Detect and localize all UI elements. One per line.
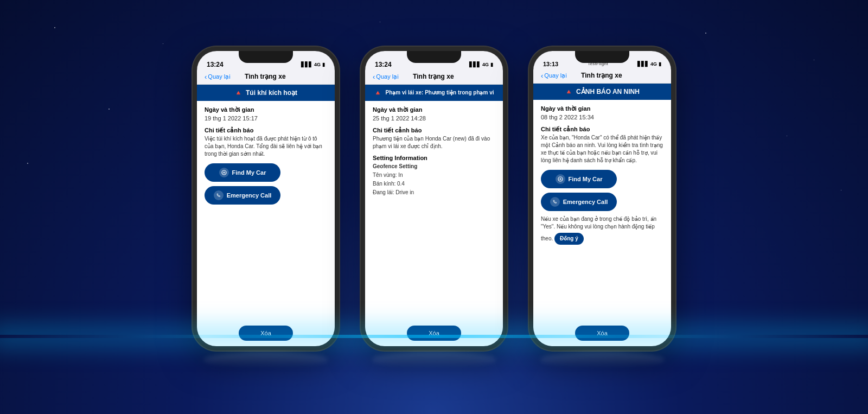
back-button-3[interactable]: ‹ Quay lại xyxy=(541,72,567,80)
reflection-1 xyxy=(203,352,328,368)
find-car-button-3[interactable]: Find My Car xyxy=(541,170,617,188)
nav-bar-1: ‹ Quay lại Tình trạng xe xyxy=(197,71,335,85)
action-buttons-1: Find My Car Emergency Call xyxy=(205,163,327,205)
emergency-label-1: Emergency Call xyxy=(227,192,272,199)
phone-2: 13:24 ▋▋▋ 4G ▮ ‹ Quay lại Tình trạng xe … xyxy=(361,47,507,368)
nav-bar-2: ‹ Quay lại Tình trạng xe xyxy=(365,71,503,85)
action-buttons-3: Find My Car Emergency Call xyxy=(541,170,663,211)
status-icons-2: ▋▋▋ 4G ▮ xyxy=(469,62,493,67)
back-button-2[interactable]: ‹ Quay lại xyxy=(373,73,399,81)
status-time-1: 13:24 xyxy=(207,61,224,68)
back-label-3: Quay lại xyxy=(544,72,566,79)
signal-icon-1: ▋▋▋ xyxy=(301,62,312,67)
date-label-3: Ngày và thời gian xyxy=(541,105,663,112)
status-time-3: 13:13 xyxy=(543,61,558,67)
screen-content-2: Ngày và thời gian 25 thg 1 2022 14:28 Ch… xyxy=(365,101,503,318)
ten-vung-2: Tên vùng: In xyxy=(373,171,495,180)
alert-text-2: Phạm vi lái xe: Phương tiện trong phạm v… xyxy=(385,90,494,95)
find-car-icon-1 xyxy=(219,168,229,177)
date-label-2: Ngày và thời gian xyxy=(373,106,495,113)
screen-content-3: Ngày và thời gian 08 thg 2 2022 15:34 Ch… xyxy=(533,100,671,318)
detail-label-1: Chi tiết cảnh báo xyxy=(205,127,327,134)
setting-label-2: Setting Information xyxy=(373,155,495,161)
bottom-area-1: Xóa xyxy=(197,318,335,346)
emergency-icon-3 xyxy=(550,197,560,207)
ban-kinh-2: Bán kính: 0.4 xyxy=(373,180,495,188)
battery-icon-2: ▮ xyxy=(490,62,493,67)
chevron-left-icon-2: ‹ xyxy=(373,73,375,81)
date-label-1: Ngày và thời gian xyxy=(205,106,327,113)
signal-icon-3: ▋▋▋ xyxy=(637,61,649,67)
status-time-2: 13:24 xyxy=(375,61,392,68)
chevron-left-icon-1: ‹ xyxy=(205,73,207,81)
reflection-3 xyxy=(540,352,665,368)
dong-y-badge-3[interactable]: Đồng ý xyxy=(554,233,584,245)
alert-text-3: CẢNH BÁO AN NINH xyxy=(576,88,640,95)
detail-label-2: Chi tiết cảnh báo xyxy=(373,127,495,134)
find-car-label-1: Find My Car xyxy=(232,169,266,176)
status-bar-2: 13:24 ▋▋▋ 4G ▮ xyxy=(365,54,503,71)
geofence-label-2: Geofence Setting xyxy=(373,162,495,171)
status-bar-1: 13:24 ▋▋▋ 4G ▮ xyxy=(197,54,335,71)
find-car-icon-3 xyxy=(556,174,565,184)
bottom-area-3: Xóa xyxy=(533,318,671,346)
bottom-area-2: Xóa xyxy=(365,318,503,346)
delete-button-1[interactable]: Xóa xyxy=(239,326,293,341)
screen-content-1: Ngày và thời gian 19 thg 1 2022 15:17 Ch… xyxy=(197,101,335,318)
nav-title-2: Tình trạng xe xyxy=(399,73,468,80)
back-button-1[interactable]: ‹ Quay lại xyxy=(205,73,231,81)
phone-3: 13:13 TestFlight ▋▋▋ 4G ▮ ‹ Quay lại Tìn… xyxy=(529,47,675,368)
alert-icon-1: 🔺 xyxy=(234,89,242,97)
signal-icon-2: ▋▋▋ xyxy=(469,62,481,67)
emergency-call-button-3[interactable]: Emergency Call xyxy=(541,193,617,211)
nav-title-3: Tình trạng xe xyxy=(567,72,636,79)
detail-value-1: Việc túi khí kích hoạt đã được phát hiện… xyxy=(205,135,327,158)
testflight-label: TestFlight xyxy=(588,61,608,66)
date-value-3: 08 thg 2 2022 15:34 xyxy=(541,113,663,122)
find-car-label-3: Find My Car xyxy=(569,176,603,182)
delete-button-3[interactable]: Xóa xyxy=(575,326,629,341)
phone-screen-3: 13:13 TestFlight ▋▋▋ 4G ▮ ‹ Quay lại Tìn… xyxy=(529,47,675,351)
emergency-call-button-1[interactable]: Emergency Call xyxy=(205,186,280,205)
delete-button-2[interactable]: Xóa xyxy=(407,326,461,341)
battery-icon-1: ▮ xyxy=(322,62,325,67)
alert-banner-1: 🔺 Túi khí kích hoạt xyxy=(197,85,335,101)
emergency-label-3: Emergency Call xyxy=(563,199,608,205)
phone-1: 13:24 ▋▋▋ 4G ▮ ‹ Quay lại Tình trạng xe … xyxy=(193,47,339,368)
back-label-1: Quay lại xyxy=(208,73,230,80)
phone-screen-2: 13:24 ▋▋▋ 4G ▮ ‹ Quay lại Tình trạng xe … xyxy=(361,47,507,351)
network-icon-1: 4G xyxy=(314,62,321,67)
network-icon-2: 4G xyxy=(482,62,489,67)
nav-title-1: Tình trạng xe xyxy=(231,73,300,80)
alert-icon-3: 🔺 xyxy=(565,88,573,95)
alert-banner-2: 🔺 Phạm vi lái xe: Phương tiện trong phạm… xyxy=(365,85,503,101)
back-label-2: Quay lại xyxy=(376,73,398,80)
status-icons-1: ▋▋▋ 4G ▮ xyxy=(301,62,325,67)
detail-value-2: Phương tiện của bạn Honda Car (new) đã đ… xyxy=(373,135,495,150)
status-icons-3: ▋▋▋ 4G ▮ xyxy=(637,61,661,67)
bottom-info-3: Nếu xe của bạn đang ở trong chế độ bảo t… xyxy=(541,215,663,245)
detail-value-3: Xe của bạn, "Honda Car" có thể đã phát h… xyxy=(541,134,663,164)
alert-icon-2: 🔺 xyxy=(374,89,382,97)
emergency-icon-1 xyxy=(214,190,224,200)
date-value-2: 25 thg 1 2022 14:28 xyxy=(373,114,495,123)
battery-icon-3: ▮ xyxy=(659,61,661,67)
phone-screen-1: 13:24 ▋▋▋ 4G ▮ ‹ Quay lại Tình trạng xe … xyxy=(193,47,339,351)
date-value-1: 19 thg 1 2022 15:17 xyxy=(205,114,327,123)
reflection-2 xyxy=(372,352,496,368)
chevron-left-icon-3: ‹ xyxy=(541,72,543,80)
status-bar-3: 13:13 TestFlight ▋▋▋ 4G ▮ xyxy=(533,54,671,69)
detail-label-3: Chi tiết cảnh báo xyxy=(541,126,663,133)
network-icon-3: 4G xyxy=(650,61,657,67)
alert-banner-3: 🔺 CẢNH BÁO AN NINH xyxy=(533,84,671,100)
dang-lai-2: Đang lái: Drive in xyxy=(373,188,495,197)
find-car-button-1[interactable]: Find My Car xyxy=(205,163,280,182)
nav-bar-3: ‹ Quay lại Tình trạng xe xyxy=(533,69,671,84)
alert-text-1: Túi khí kích hoạt xyxy=(246,89,297,97)
